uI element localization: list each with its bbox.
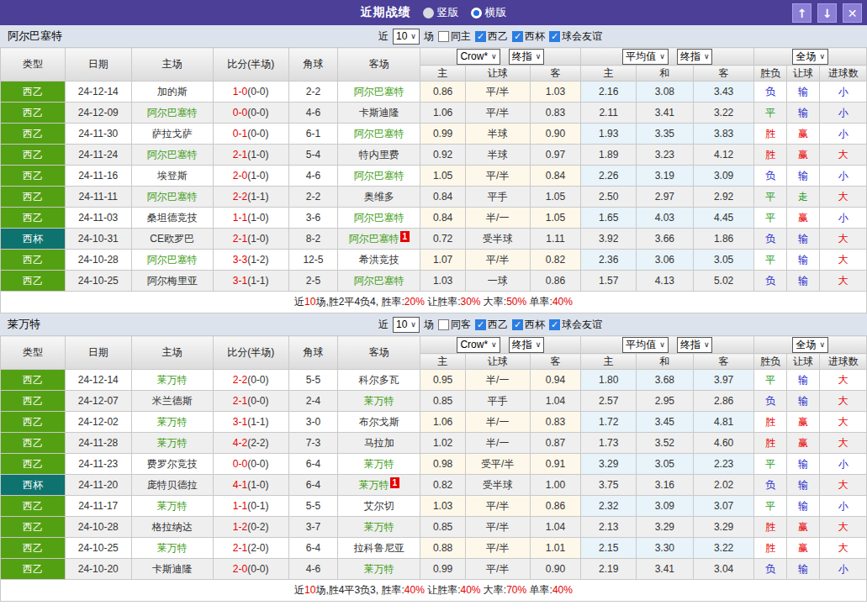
- avg-away-cell: 3.04: [693, 559, 754, 580]
- score-cell: 0-0(0-0): [213, 454, 288, 475]
- bookmaker-select-value: Crow*: [460, 339, 488, 350]
- avg-home-cell: 1.89: [581, 145, 637, 166]
- away-team-name: 阿尔巴塞特: [354, 275, 404, 287]
- odds-stage-select[interactable]: 终指∨: [509, 49, 545, 65]
- corner-cell: 2-4: [288, 391, 338, 412]
- halftime-score: (0-0): [247, 86, 268, 97]
- avg-odds-stage-select[interactable]: 终指∨: [677, 337, 713, 353]
- score-cell: 4-1(1-0): [213, 475, 288, 496]
- move-down-button[interactable]: ↓: [817, 3, 837, 23]
- halftime-score: (1-1): [247, 275, 268, 287]
- sub-column-header-1: 主: [420, 66, 466, 82]
- result-wdl-cell: 负: [754, 559, 786, 580]
- halftime-score: (2-2): [247, 437, 268, 449]
- score-cell: 2-0(1-0): [213, 166, 288, 187]
- league-cell: 西乙: [1, 145, 66, 166]
- home-team-cell: 加的斯: [131, 82, 213, 103]
- fulltime-select[interactable]: 全场∨: [792, 49, 828, 65]
- bookmaker-select[interactable]: Crow*∨: [457, 337, 500, 353]
- bookmaker-select[interactable]: Crow*∨: [457, 49, 500, 65]
- score-cell: 1-1(0-1): [213, 496, 288, 517]
- date-cell: 24-11-03: [65, 208, 131, 229]
- avg-home-cell: 1.57: [581, 271, 637, 292]
- summary-text: 30%: [460, 296, 480, 308]
- odds-stage-select[interactable]: 终指∨: [509, 337, 545, 353]
- league-cell: 西乙: [1, 370, 66, 391]
- result-goals-cell: 大: [820, 391, 867, 412]
- league-cell: 西乙: [1, 391, 66, 412]
- team-filter-bar: 莱万特近10∨场同客西乙西杯球会友谊: [0, 313, 867, 335]
- average-select[interactable]: 平均值∨: [622, 337, 669, 353]
- average-select[interactable]: 平均值∨: [622, 49, 669, 65]
- result-goals-cell: 小: [820, 166, 867, 187]
- match-count-select[interactable]: 10∨: [393, 29, 420, 45]
- match-count-select[interactable]: 10∨: [393, 317, 420, 333]
- halftime-score: (0-0): [247, 374, 268, 386]
- fulltime-select[interactable]: 全场∨: [792, 337, 828, 353]
- league-cell: 西乙: [1, 412, 66, 433]
- same-venue-checkbox[interactable]: [438, 31, 449, 42]
- avg-draw-cell: 3.19: [637, 166, 694, 187]
- close-button[interactable]: ✕: [843, 3, 862, 23]
- odds-home-cell: 0.84: [420, 187, 466, 208]
- sub-column-header-6: 客: [693, 354, 754, 370]
- halftime-score: (1-1): [247, 191, 268, 203]
- avg-home-cell: 3.92: [581, 229, 637, 250]
- home-team-name: 莱万特: [157, 374, 188, 386]
- odds-home-cell: 1.06: [420, 412, 466, 433]
- competition-checkbox-3-label: 球会友谊: [562, 318, 602, 332]
- avg-odds-stage-select[interactable]: 终指∨: [677, 49, 713, 65]
- result-goals-cell: 大: [820, 250, 867, 271]
- competition-checkbox-3[interactable]: [549, 319, 560, 330]
- avg-home-cell: 1.93: [581, 124, 637, 145]
- handicap-cell: 半/一: [465, 433, 530, 454]
- chevron-down-icon: ∨: [659, 52, 665, 61]
- competition-checkbox-2[interactable]: [512, 319, 523, 330]
- table-row: 西乙24-11-17莱万特1-1(0-1)5-5艾尔切1.03平/半0.862.…: [1, 496, 867, 517]
- result-handicap-cell: 走: [786, 187, 819, 208]
- competition-checkbox-3[interactable]: [549, 31, 560, 42]
- home-team-name: 阿尔巴塞特: [147, 107, 198, 118]
- result-goals-cell: 小: [820, 496, 867, 517]
- league-cell: 西乙: [1, 208, 66, 229]
- handicap-cell: 受平/半: [465, 454, 530, 475]
- away-team-cell: 拉科鲁尼亚: [338, 538, 420, 559]
- avg-away-cell: 4.12: [693, 145, 754, 166]
- result-handicap-cell: 赢: [786, 433, 819, 454]
- same-venue-checkbox[interactable]: [438, 319, 449, 330]
- layout-horizontal-radio[interactable]: 横版: [471, 5, 507, 20]
- sub-column-header-5: 和: [637, 354, 694, 370]
- away-team-cell: 科尔多瓦: [338, 370, 420, 391]
- avg-away-cell: 5.02: [693, 271, 754, 292]
- halftime-score: (0-1): [247, 500, 268, 512]
- home-team-name: 阿尔巴塞特: [147, 191, 198, 203]
- table-row: 西乙24-11-28莱万特4-2(2-2)7-3马拉加1.02半/一0.871.…: [1, 433, 867, 454]
- table-row: 西乙24-11-24阿尔巴塞特2-1(1-0)5-4特内里费0.92半球0.97…: [1, 145, 867, 166]
- avg-away-cell: 3.07: [693, 496, 754, 517]
- layout-vertical-radio[interactable]: 竖版: [423, 5, 459, 20]
- halftime-score: (0-0): [247, 458, 268, 470]
- result-handicap-cell: 输: [786, 103, 819, 124]
- competition-checkbox-2[interactable]: [512, 31, 523, 42]
- avg-away-cell: 4.45: [693, 208, 754, 229]
- halftime-score: (1-0): [247, 170, 268, 182]
- average-select-value: 平均值: [626, 338, 656, 352]
- corner-cell: 3-7: [288, 517, 338, 538]
- fulltime-score: 2-1: [233, 542, 247, 554]
- same-venue-checkbox-label: 同主: [451, 29, 471, 44]
- result-wdl-cell: 平: [754, 208, 786, 229]
- handicap-cell: 半球: [465, 145, 530, 166]
- avg-away-cell: 3.43: [693, 82, 754, 103]
- home-team-cell: 萨拉戈萨: [131, 124, 213, 145]
- home-team-cell: 莱万特: [131, 433, 213, 454]
- sub-column-header-2: 让球: [465, 66, 530, 82]
- result-goals-cell: 大: [820, 475, 867, 496]
- move-up-button[interactable]: ↑: [792, 3, 811, 23]
- column-header-4: 比分(半场): [213, 48, 288, 82]
- away-team-cell: 莱万特: [338, 517, 420, 538]
- summary-text: 大率:: [481, 584, 507, 596]
- away-team-name: 奥维多: [364, 191, 394, 203]
- competition-checkbox-1[interactable]: [475, 31, 486, 42]
- filter-controls: 近10∨场同主西乙西杯球会友谊: [378, 29, 602, 45]
- competition-checkbox-1[interactable]: [475, 319, 486, 330]
